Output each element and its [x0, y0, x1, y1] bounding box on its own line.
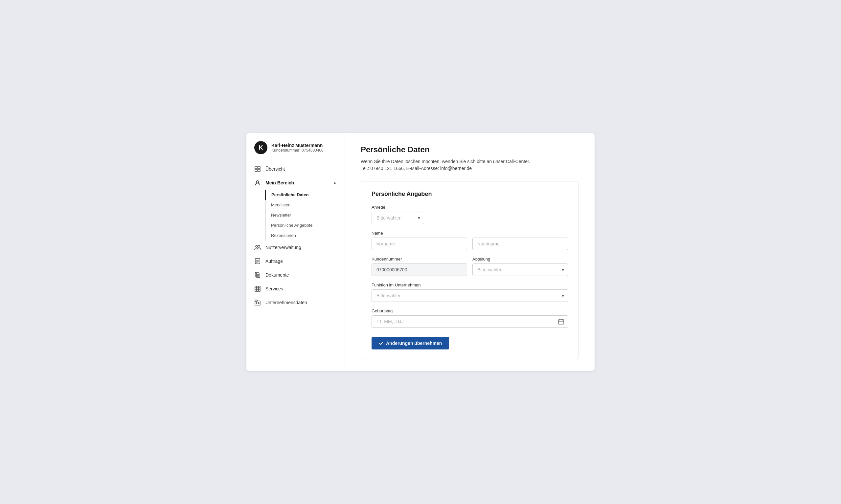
avatar: K	[254, 141, 268, 154]
name-row	[372, 237, 568, 250]
users-icon	[254, 244, 261, 251]
svg-rect-3	[258, 169, 260, 172]
sidebar-item-uebersicht[interactable]: Übersicht	[246, 162, 345, 176]
person-icon	[254, 179, 261, 186]
nachname-input[interactable]	[473, 237, 568, 250]
page-desc-line1: Wenn Sie Ihre Daten löschen möchten, wen…	[361, 159, 530, 164]
abteilung-group: Abteilung Bitte wählen ▾	[473, 257, 568, 276]
kundennummer-abteilung-row: Kundennummer Abteilung Bitte wählen ▾	[372, 257, 568, 276]
vorname-input[interactable]	[372, 237, 467, 250]
svg-rect-17	[257, 286, 259, 288]
save-button-label: Änderungen übernehmen	[386, 341, 442, 346]
kundennummer-group: Kundennummer	[372, 257, 467, 276]
page-description: Wenn Sie Ihre Daten löschen möchten, wen…	[361, 158, 579, 172]
svg-rect-19	[255, 288, 257, 290]
geburtstag-input[interactable]	[372, 315, 568, 328]
docs-icon	[254, 272, 261, 278]
sidebar-item-uebersicht-label: Übersicht	[265, 166, 285, 172]
subnav-item-persoenliche-angebote[interactable]: Persönliche Angebote	[266, 220, 345, 230]
sidebar-item-dokumente-label: Dokumente	[265, 272, 289, 277]
svg-rect-22	[255, 290, 257, 291]
geburtstag-group: Geburtstag	[372, 308, 568, 328]
services-icon	[254, 286, 261, 292]
svg-rect-0	[255, 166, 257, 169]
svg-rect-23	[257, 290, 259, 291]
geburtstag-wrapper	[372, 315, 568, 328]
user-header: K Karl-Heinz Mustermann Kundennummer: 07…	[246, 141, 345, 162]
svg-point-5	[256, 246, 258, 247]
svg-point-6	[258, 246, 260, 247]
subnav-mein-bereich: Persönliche Daten Merklisten Newsletter …	[265, 190, 345, 240]
sidebar-item-nutzerverwaltung[interactable]: Nutzerverwaltung	[246, 240, 345, 254]
user-name: Karl-Heinz Mustermann	[271, 143, 324, 148]
anrede-group: Anrede Bitte wählen Herr Frau ▾	[372, 205, 568, 224]
user-customer-number: Kundennummer: 0754800400	[271, 148, 324, 152]
sidebar-item-unternehmensdaten-label: Unternehmensdaten	[265, 300, 307, 305]
page-title: Persönliche Daten	[361, 145, 579, 154]
kundennummer-label: Kundennummer	[372, 257, 467, 262]
sidebar-item-nutzerverwaltung-label: Nutzerverwaltung	[265, 245, 301, 250]
chevron-up-icon: ▲	[333, 180, 337, 185]
user-info: Karl-Heinz Mustermann Kundennummer: 0754…	[271, 143, 324, 152]
svg-point-4	[257, 181, 259, 183]
name-group: Name	[372, 231, 568, 250]
sidebar-item-services[interactable]: Services	[246, 282, 345, 295]
abteilung-label: Abteilung	[473, 257, 568, 262]
subnav-item-persoenliche-daten[interactable]: Persönliche Daten	[265, 190, 345, 200]
sidebar-item-services-label: Services	[265, 286, 283, 291]
sidebar: K Karl-Heinz Mustermann Kundennummer: 07…	[246, 133, 345, 371]
svg-rect-20	[257, 288, 259, 290]
page-desc-line2: Tel.: 07940 121 1666, E-Mail-Adresse: in…	[361, 166, 472, 171]
funktion-select[interactable]: Bitte wählen	[372, 289, 568, 302]
funktion-select-wrapper: Bitte wählen ▾	[372, 289, 568, 302]
svg-rect-21	[259, 288, 260, 290]
svg-rect-16	[255, 286, 257, 288]
name-label: Name	[372, 231, 568, 236]
geburtstag-label: Geburtstag	[372, 308, 568, 313]
personal-data-card: Persönliche Angaben Anrede Bitte wählen …	[361, 181, 579, 359]
sidebar-item-unternehmensdaten[interactable]: Unternehmensdaten	[246, 295, 345, 309]
svg-rect-18	[259, 286, 260, 288]
check-icon	[379, 341, 383, 345]
abteilung-select-wrapper: Bitte wählen ▾	[473, 264, 568, 276]
abteilung-select[interactable]: Bitte wählen	[473, 264, 568, 276]
subnav-item-merklisten[interactable]: Merklisten	[266, 200, 345, 210]
funktion-group: Funktion im Unternehmen Bitte wählen ▾	[372, 283, 568, 302]
card-title: Persönliche Angaben	[372, 191, 568, 198]
anrede-select[interactable]: Bitte wählen Herr Frau	[372, 212, 424, 224]
svg-rect-2	[255, 169, 257, 172]
grid-icon	[254, 166, 261, 172]
orders-icon	[254, 258, 261, 265]
anrede-select-wrapper: Bitte wählen Herr Frau ▾	[372, 212, 424, 224]
company-icon	[254, 299, 261, 306]
sidebar-item-auftraege[interactable]: Aufträge	[246, 254, 345, 268]
anrede-label: Anrede	[372, 205, 568, 210]
sidebar-item-auftraege-label: Aufträge	[265, 258, 283, 264]
sidebar-item-mein-bereich[interactable]: Mein Bereich ▲	[246, 176, 345, 190]
svg-rect-1	[258, 166, 260, 169]
sidebar-item-mein-bereich-label: Mein Bereich	[265, 180, 294, 185]
subnav-item-rezensionen[interactable]: Rezensionen	[266, 230, 345, 240]
svg-rect-24	[259, 290, 260, 291]
sidebar-item-dokumente[interactable]: Dokumente	[246, 268, 345, 282]
kundennummer-input	[372, 264, 467, 276]
main-content: Persönliche Daten Wenn Sie Ihre Daten lö…	[345, 133, 595, 371]
funktion-label: Funktion im Unternehmen	[372, 283, 568, 287]
save-button[interactable]: Änderungen übernehmen	[372, 337, 449, 349]
subnav-item-newsletter[interactable]: Newsletter	[266, 210, 345, 220]
